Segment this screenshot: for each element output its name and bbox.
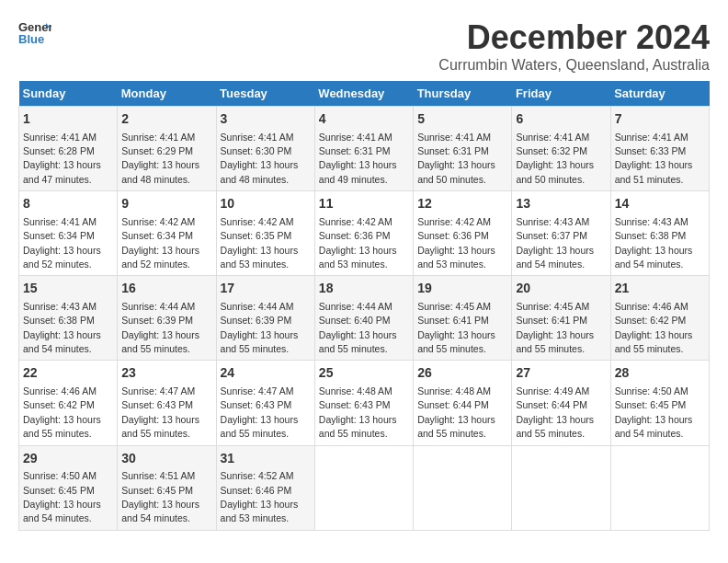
day-info: Sunrise: 4:43 AM Sunset: 6:37 PM Dayligh…	[516, 216, 594, 270]
day-number: 27	[516, 364, 606, 383]
calendar-week-5: 29 Sunrise: 4:50 AM Sunset: 6:45 PM Dayl…	[19, 445, 710, 530]
col-friday: Friday	[512, 81, 610, 107]
day-info: Sunrise: 4:50 AM Sunset: 6:45 PM Dayligh…	[23, 470, 101, 523]
day-number: 31	[221, 450, 311, 468]
day-info: Sunrise: 4:42 AM Sunset: 6:35 PM Dayligh…	[221, 216, 299, 270]
day-number: 20	[516, 280, 606, 298]
day-number: 18	[319, 280, 409, 298]
day-cell-4: 4 Sunrise: 4:41 AM Sunset: 6:31 PM Dayli…	[314, 107, 413, 191]
day-cell-9: 9 Sunrise: 4:42 AM Sunset: 6:34 PM Dayli…	[118, 191, 216, 276]
day-info: Sunrise: 4:41 AM Sunset: 6:29 PM Dayligh…	[121, 132, 199, 185]
day-cell-3: 3 Sunrise: 4:41 AM Sunset: 6:30 PM Dayli…	[216, 107, 314, 191]
calendar-week-1: 1 Sunrise: 4:41 AM Sunset: 6:28 PM Dayli…	[19, 107, 710, 191]
day-info: Sunrise: 4:41 AM Sunset: 6:28 PM Dayligh…	[23, 132, 101, 185]
day-info: Sunrise: 4:42 AM Sunset: 6:34 PM Dayligh…	[121, 216, 199, 270]
day-info: Sunrise: 4:48 AM Sunset: 6:43 PM Dayligh…	[319, 385, 397, 439]
day-cell-28: 28 Sunrise: 4:50 AM Sunset: 6:45 PM Dayl…	[610, 361, 709, 445]
day-number: 12	[417, 195, 507, 213]
calendar-week-4: 22 Sunrise: 4:46 AM Sunset: 6:42 PM Dayl…	[19, 361, 710, 445]
calendar-week-2: 8 Sunrise: 4:41 AM Sunset: 6:34 PM Dayli…	[19, 191, 710, 276]
calendar-week-3: 15 Sunrise: 4:43 AM Sunset: 6:38 PM Dayl…	[19, 276, 710, 361]
day-cell-1: 1 Sunrise: 4:41 AM Sunset: 6:28 PM Dayli…	[19, 107, 118, 191]
day-number: 5	[417, 110, 507, 129]
day-info: Sunrise: 4:52 AM Sunset: 6:46 PM Dayligh…	[221, 470, 299, 523]
day-number: 28	[615, 364, 705, 383]
day-number: 14	[615, 195, 705, 213]
day-cell-21: 21 Sunrise: 4:46 AM Sunset: 6:42 PM Dayl…	[610, 276, 709, 361]
day-info: Sunrise: 4:44 AM Sunset: 6:39 PM Dayligh…	[221, 301, 299, 354]
day-info: Sunrise: 4:49 AM Sunset: 6:44 PM Dayligh…	[516, 385, 594, 439]
day-number: 19	[417, 280, 507, 298]
day-number: 11	[319, 195, 409, 213]
empty-cell	[414, 445, 512, 530]
day-number: 26	[417, 364, 507, 383]
day-info: Sunrise: 4:47 AM Sunset: 6:43 PM Dayligh…	[221, 385, 299, 439]
day-cell-22: 22 Sunrise: 4:46 AM Sunset: 6:42 PM Dayl…	[19, 361, 118, 445]
day-info: Sunrise: 4:41 AM Sunset: 6:31 PM Dayligh…	[417, 132, 495, 185]
day-cell-18: 18 Sunrise: 4:44 AM Sunset: 6:40 PM Dayl…	[314, 276, 413, 361]
day-info: Sunrise: 4:42 AM Sunset: 6:36 PM Dayligh…	[319, 216, 397, 270]
svg-text:Blue: Blue	[18, 32, 44, 46]
day-number: 29	[23, 450, 113, 468]
day-cell-24: 24 Sunrise: 4:47 AM Sunset: 6:43 PM Dayl…	[216, 361, 314, 445]
day-info: Sunrise: 4:43 AM Sunset: 6:38 PM Dayligh…	[615, 216, 693, 270]
col-tuesday: Tuesday	[216, 81, 314, 107]
empty-cell	[512, 445, 610, 530]
day-info: Sunrise: 4:42 AM Sunset: 6:36 PM Dayligh…	[417, 216, 495, 270]
day-info: Sunrise: 4:46 AM Sunset: 6:42 PM Dayligh…	[615, 301, 693, 354]
day-info: Sunrise: 4:47 AM Sunset: 6:43 PM Dayligh…	[121, 385, 199, 439]
day-number: 6	[516, 110, 606, 129]
day-info: Sunrise: 4:51 AM Sunset: 6:45 PM Dayligh…	[121, 470, 199, 523]
day-cell-23: 23 Sunrise: 4:47 AM Sunset: 6:43 PM Dayl…	[118, 361, 216, 445]
day-info: Sunrise: 4:41 AM Sunset: 6:30 PM Dayligh…	[221, 132, 299, 185]
calendar-body: 1 Sunrise: 4:41 AM Sunset: 6:28 PM Dayli…	[19, 107, 710, 531]
day-cell-14: 14 Sunrise: 4:43 AM Sunset: 6:38 PM Dayl…	[610, 191, 709, 276]
header-row: Sunday Monday Tuesday Wednesday Thursday…	[19, 81, 710, 107]
day-cell-11: 11 Sunrise: 4:42 AM Sunset: 6:36 PM Dayl…	[314, 191, 413, 276]
col-wednesday: Wednesday	[314, 81, 413, 107]
day-cell-7: 7 Sunrise: 4:41 AM Sunset: 6:33 PM Dayli…	[610, 107, 709, 191]
logo: General Blue	[18, 18, 55, 46]
day-info: Sunrise: 4:46 AM Sunset: 6:42 PM Dayligh…	[23, 385, 101, 439]
day-info: Sunrise: 4:44 AM Sunset: 6:40 PM Dayligh…	[319, 301, 397, 354]
day-number: 30	[121, 450, 211, 468]
day-cell-13: 13 Sunrise: 4:43 AM Sunset: 6:37 PM Dayl…	[512, 191, 610, 276]
calendar-table: Sunday Monday Tuesday Wednesday Thursday…	[18, 81, 710, 531]
day-info: Sunrise: 4:43 AM Sunset: 6:38 PM Dayligh…	[23, 301, 101, 354]
day-number: 16	[121, 280, 211, 298]
day-number: 1	[23, 110, 113, 129]
day-number: 22	[23, 364, 113, 383]
day-info: Sunrise: 4:45 AM Sunset: 6:41 PM Dayligh…	[516, 301, 594, 354]
day-number: 21	[615, 280, 705, 298]
day-cell-27: 27 Sunrise: 4:49 AM Sunset: 6:44 PM Dayl…	[512, 361, 610, 445]
day-number: 25	[319, 364, 409, 383]
page-header: General Blue December 2024 Currumbin Wat…	[18, 18, 710, 74]
day-number: 8	[23, 195, 113, 213]
day-number: 23	[121, 364, 211, 383]
day-info: Sunrise: 4:50 AM Sunset: 6:45 PM Dayligh…	[615, 385, 693, 439]
day-number: 9	[121, 195, 211, 213]
col-sunday: Sunday	[19, 81, 118, 107]
day-cell-5: 5 Sunrise: 4:41 AM Sunset: 6:31 PM Dayli…	[414, 107, 512, 191]
day-cell-17: 17 Sunrise: 4:44 AM Sunset: 6:39 PM Dayl…	[216, 276, 314, 361]
col-thursday: Thursday	[414, 81, 512, 107]
month-title: December 2024	[438, 18, 710, 57]
title-block: December 2024 Currumbin Waters, Queensla…	[438, 18, 710, 74]
col-saturday: Saturday	[610, 81, 709, 107]
day-cell-26: 26 Sunrise: 4:48 AM Sunset: 6:44 PM Dayl…	[414, 361, 512, 445]
day-cell-16: 16 Sunrise: 4:44 AM Sunset: 6:39 PM Dayl…	[118, 276, 216, 361]
day-info: Sunrise: 4:41 AM Sunset: 6:34 PM Dayligh…	[23, 216, 101, 270]
day-number: 17	[221, 280, 311, 298]
day-cell-8: 8 Sunrise: 4:41 AM Sunset: 6:34 PM Dayli…	[19, 191, 118, 276]
empty-cell	[314, 445, 413, 530]
day-number: 15	[23, 280, 113, 298]
day-cell-19: 19 Sunrise: 4:45 AM Sunset: 6:41 PM Dayl…	[414, 276, 512, 361]
day-info: Sunrise: 4:48 AM Sunset: 6:44 PM Dayligh…	[417, 385, 495, 439]
day-cell-15: 15 Sunrise: 4:43 AM Sunset: 6:38 PM Dayl…	[19, 276, 118, 361]
day-number: 7	[615, 110, 705, 129]
day-number: 3	[221, 110, 311, 129]
day-cell-20: 20 Sunrise: 4:45 AM Sunset: 6:41 PM Dayl…	[512, 276, 610, 361]
day-cell-30: 30 Sunrise: 4:51 AM Sunset: 6:45 PM Dayl…	[118, 445, 216, 530]
day-cell-29: 29 Sunrise: 4:50 AM Sunset: 6:45 PM Dayl…	[19, 445, 118, 530]
day-cell-10: 10 Sunrise: 4:42 AM Sunset: 6:35 PM Dayl…	[216, 191, 314, 276]
